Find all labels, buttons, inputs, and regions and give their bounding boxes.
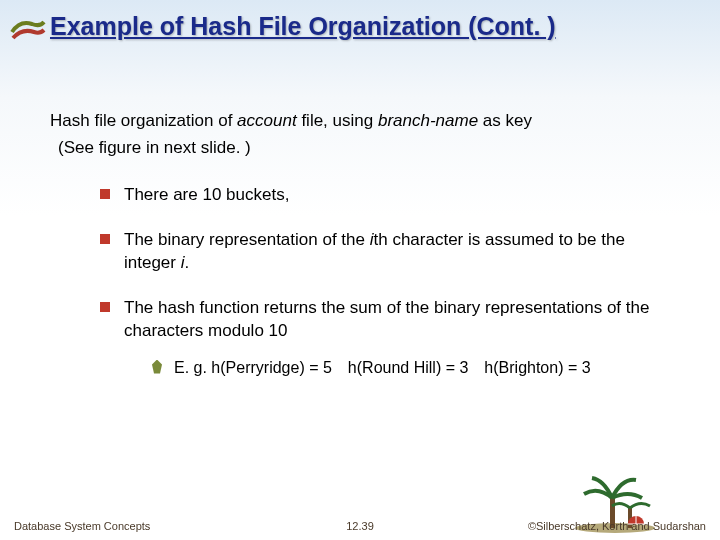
slide-logo-icon (10, 18, 46, 46)
sub-bullet-1: E. g. h(Perryridge) = 5 h(Round Hill) = … (152, 357, 670, 379)
intro-line-2: (See figure in next slide. ) (58, 137, 670, 160)
sub-bullet-text: E. g. h(Perryridge) = 5 h(Round Hill) = … (174, 359, 591, 376)
footer-page-number: 12.39 (346, 520, 374, 532)
bullet-text: The binary representation of the (124, 230, 370, 249)
bullet-1: There are 10 buckets, (100, 184, 670, 207)
bullet-2: The binary representation of the ith cha… (100, 229, 670, 275)
slide-title: Example of Hash File Organization (Cont.… (50, 12, 700, 41)
intro-branch-name: branch-name (378, 111, 478, 130)
footer-copyright: ©Silberschatz, Korth and Sudarshan (528, 520, 706, 532)
slide-body: Hash file organization of account file, … (50, 110, 670, 400)
intro-text: Hash file organization of (50, 111, 237, 130)
intro-line-1: Hash file organization of account file, … (50, 110, 670, 133)
bullet-3: The hash function returns the sum of the… (100, 297, 670, 378)
bullet-text: . (184, 253, 189, 272)
bullet-list: There are 10 buckets, The binary represe… (100, 184, 670, 378)
footer-left: Database System Concepts (14, 520, 150, 532)
intro-account: account (237, 111, 297, 130)
sub-bullet-list: E. g. h(Perryridge) = 5 h(Round Hill) = … (152, 357, 670, 379)
bullet-text: There are 10 buckets, (124, 185, 289, 204)
bullet-text: The hash function returns the sum of the… (124, 298, 649, 340)
intro-text: as key (478, 111, 532, 130)
slide-footer: Database System Concepts 12.39 ©Silbersc… (0, 520, 720, 532)
intro-text: file, using (297, 111, 378, 130)
